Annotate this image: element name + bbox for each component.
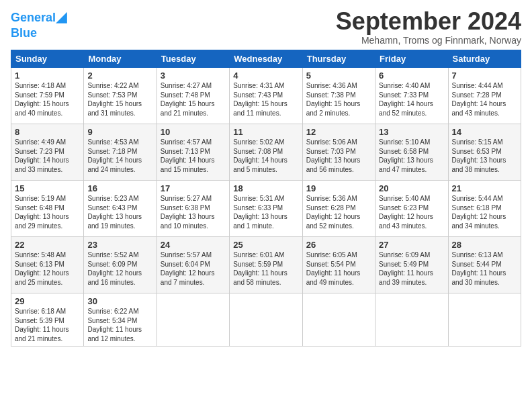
calendar-cell: 28Sunrise: 6:13 AMSunset: 5:44 PMDayligh…: [448, 237, 521, 293]
cell-details: Sunrise: 6:01 AMSunset: 5:59 PMDaylight:…: [233, 250, 298, 287]
cell-details: Sunrise: 5:15 AMSunset: 6:53 PMDaylight:…: [452, 138, 517, 174]
cell-details: Sunrise: 6:13 AMSunset: 5:44 PMDaylight:…: [452, 250, 517, 287]
day-number: 7: [452, 71, 517, 81]
cell-details: Sunrise: 5:06 AMSunset: 7:03 PMDaylight:…: [306, 138, 371, 174]
logo: General ◢ Blue: [11, 9, 67, 40]
day-number: 6: [379, 71, 444, 81]
cell-details: Sunrise: 5:10 AMSunset: 6:58 PMDaylight:…: [379, 138, 444, 174]
weekday-tuesday: Tuesday: [157, 50, 229, 68]
day-number: 14: [452, 127, 517, 137]
month-title: September 2024: [336, 9, 521, 34]
calendar-cell: 7Sunrise: 4:44 AMSunset: 7:28 PMDaylight…: [448, 68, 521, 124]
cell-details: Sunrise: 4:49 AMSunset: 7:23 PMDaylight:…: [15, 138, 80, 174]
calendar-cell: 27Sunrise: 6:09 AMSunset: 5:49 PMDayligh…: [375, 237, 448, 293]
cell-details: Sunrise: 5:52 AMSunset: 6:09 PMDaylight:…: [87, 250, 152, 287]
calendar-cell: 4Sunrise: 4:31 AMSunset: 7:43 PMDaylight…: [230, 68, 302, 124]
cell-details: Sunrise: 5:48 AMSunset: 6:13 PMDaylight:…: [15, 250, 80, 287]
cell-details: Sunrise: 5:31 AMSunset: 6:33 PMDaylight:…: [233, 194, 298, 230]
calendar-cell: 16Sunrise: 5:23 AMSunset: 6:43 PMDayligh…: [84, 181, 157, 237]
calendar-cell: 18Sunrise: 5:31 AMSunset: 6:33 PMDayligh…: [230, 181, 302, 237]
cell-details: Sunrise: 4:44 AMSunset: 7:28 PMDaylight:…: [452, 81, 517, 118]
calendar-cell: 6Sunrise: 4:40 AMSunset: 7:33 PMDaylight…: [375, 68, 448, 124]
day-number: 5: [306, 71, 371, 81]
day-number: 13: [379, 127, 444, 137]
day-number: 23: [87, 240, 152, 250]
calendar-cell: 15Sunrise: 5:19 AMSunset: 6:48 PMDayligh…: [11, 181, 84, 237]
day-number: 4: [233, 71, 298, 81]
day-number: 26: [306, 240, 371, 250]
weekday-sunday: Sunday: [11, 50, 84, 68]
calendar: SundayMondayTuesdayWednesdayThursdayFrid…: [11, 50, 521, 347]
calendar-cell: 29Sunrise: 6:18 AMSunset: 5:39 PMDayligh…: [11, 293, 84, 347]
week-row-1: 8Sunrise: 4:49 AMSunset: 7:23 PMDaylight…: [11, 124, 521, 181]
calendar-cell: [375, 293, 448, 347]
calendar-cell: 10Sunrise: 4:57 AMSunset: 7:13 PMDayligh…: [157, 124, 229, 181]
day-number: 12: [306, 127, 371, 137]
cell-details: Sunrise: 6:09 AMSunset: 5:49 PMDaylight:…: [379, 250, 444, 287]
calendar-cell: [157, 293, 229, 347]
weekday-wednesday: Wednesday: [230, 50, 302, 68]
calendar-cell: [230, 293, 302, 347]
day-number: 11: [233, 127, 298, 137]
calendar-cell: [448, 293, 521, 347]
calendar-cell: 30Sunrise: 6:22 AMSunset: 5:34 PMDayligh…: [84, 293, 157, 347]
calendar-cell: 2Sunrise: 4:22 AMSunset: 7:53 PMDaylight…: [84, 68, 157, 124]
day-number: 9: [87, 127, 152, 137]
logo-text: General: [11, 11, 56, 25]
day-number: 18: [233, 183, 298, 193]
day-number: 19: [306, 183, 371, 193]
day-number: 17: [161, 183, 226, 193]
day-number: 1: [15, 71, 80, 81]
day-number: 20: [379, 183, 444, 193]
cell-details: Sunrise: 4:40 AMSunset: 7:33 PMDaylight:…: [379, 81, 444, 118]
calendar-cell: 8Sunrise: 4:49 AMSunset: 7:23 PMDaylight…: [11, 124, 84, 181]
day-number: 27: [379, 240, 444, 250]
cell-details: Sunrise: 5:57 AMSunset: 6:04 PMDaylight:…: [161, 250, 226, 287]
cell-details: Sunrise: 6:05 AMSunset: 5:54 PMDaylight:…: [306, 250, 371, 287]
cell-details: Sunrise: 4:31 AMSunset: 7:43 PMDaylight:…: [233, 81, 298, 118]
calendar-cell: 9Sunrise: 4:53 AMSunset: 7:18 PMDaylight…: [84, 124, 157, 181]
week-row-3: 22Sunrise: 5:48 AMSunset: 6:13 PMDayligh…: [11, 237, 521, 293]
week-row-2: 15Sunrise: 5:19 AMSunset: 6:48 PMDayligh…: [11, 181, 521, 237]
weekday-friday: Friday: [375, 50, 448, 68]
day-number: 24: [161, 240, 226, 250]
calendar-cell: 21Sunrise: 5:44 AMSunset: 6:18 PMDayligh…: [448, 181, 521, 237]
calendar-cell: 11Sunrise: 5:02 AMSunset: 7:08 PMDayligh…: [230, 124, 302, 181]
location: Mehamn, Troms og Finnmark, Norway: [336, 35, 521, 46]
day-number: 29: [15, 296, 80, 306]
calendar-cell: 20Sunrise: 5:40 AMSunset: 6:23 PMDayligh…: [375, 181, 448, 237]
title-area: September 2024 Mehamn, Troms og Finnmark…: [336, 9, 521, 46]
week-row-0: 1Sunrise: 4:18 AMSunset: 7:59 PMDaylight…: [11, 68, 521, 124]
weekday-thursday: Thursday: [302, 50, 375, 68]
day-number: 25: [233, 240, 298, 250]
day-number: 21: [452, 183, 517, 193]
calendar-cell: 26Sunrise: 6:05 AMSunset: 5:54 PMDayligh…: [302, 237, 375, 293]
cell-details: Sunrise: 5:23 AMSunset: 6:43 PMDaylight:…: [87, 194, 152, 230]
calendar-cell: 25Sunrise: 6:01 AMSunset: 5:59 PMDayligh…: [230, 237, 302, 293]
day-number: 30: [87, 296, 152, 306]
calendar-cell: 12Sunrise: 5:06 AMSunset: 7:03 PMDayligh…: [302, 124, 375, 181]
day-number: 22: [15, 240, 80, 250]
day-number: 15: [15, 183, 80, 193]
cell-details: Sunrise: 5:36 AMSunset: 6:28 PMDaylight:…: [306, 194, 371, 230]
calendar-cell: [302, 293, 375, 347]
calendar-cell: 3Sunrise: 4:27 AMSunset: 7:48 PMDaylight…: [157, 68, 229, 124]
cell-details: Sunrise: 5:02 AMSunset: 7:08 PMDaylight:…: [233, 138, 298, 174]
calendar-cell: 1Sunrise: 4:18 AMSunset: 7:59 PMDaylight…: [11, 68, 84, 124]
calendar-cell: 24Sunrise: 5:57 AMSunset: 6:04 PMDayligh…: [157, 237, 229, 293]
day-number: 16: [87, 183, 152, 193]
weekday-saturday: Saturday: [448, 50, 521, 68]
weekday-monday: Monday: [84, 50, 157, 68]
cell-details: Sunrise: 6:22 AMSunset: 5:34 PMDaylight:…: [87, 307, 152, 343]
cell-details: Sunrise: 5:44 AMSunset: 6:18 PMDaylight:…: [452, 194, 517, 230]
day-number: 2: [87, 71, 152, 81]
calendar-cell: 14Sunrise: 5:15 AMSunset: 6:53 PMDayligh…: [448, 124, 521, 181]
header: General ◢ Blue September 2024 Mehamn, Tr…: [11, 9, 521, 46]
week-row-4: 29Sunrise: 6:18 AMSunset: 5:39 PMDayligh…: [11, 293, 521, 347]
logo-bird-icon: ◢: [56, 8, 67, 26]
day-number: 10: [161, 127, 226, 137]
cell-details: Sunrise: 4:57 AMSunset: 7:13 PMDaylight:…: [161, 138, 226, 174]
cell-details: Sunrise: 5:19 AMSunset: 6:48 PMDaylight:…: [15, 194, 80, 230]
cell-details: Sunrise: 4:22 AMSunset: 7:53 PMDaylight:…: [87, 81, 152, 118]
cell-details: Sunrise: 4:27 AMSunset: 7:48 PMDaylight:…: [161, 81, 226, 118]
